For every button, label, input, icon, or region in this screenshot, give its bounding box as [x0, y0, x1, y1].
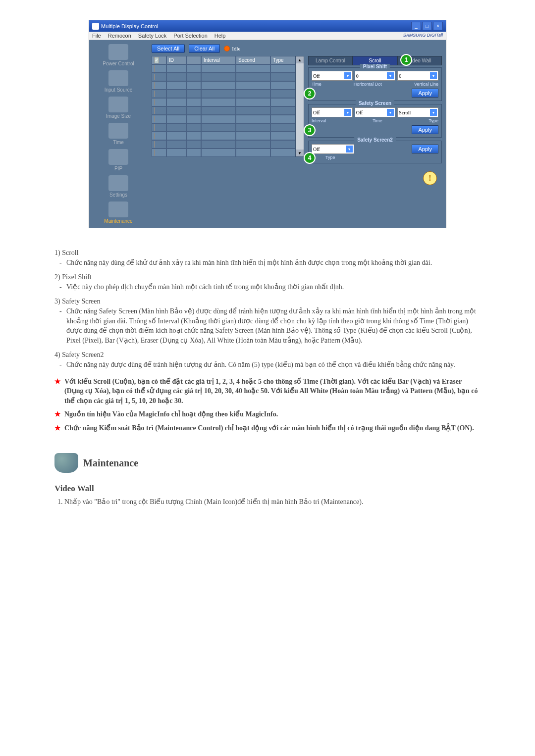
sidebar-item-label: PIP: [114, 166, 122, 171]
label-hdot: Horizontal Dot: [354, 82, 382, 87]
safety-screen-interval-select[interactable]: Off▾: [312, 107, 353, 117]
table-row[interactable]: [152, 90, 295, 98]
menu-safety-lock[interactable]: Safety Lock: [138, 33, 166, 39]
menu-help[interactable]: Help: [214, 33, 226, 39]
safety-screen2-apply-button[interactable]: Apply: [412, 145, 438, 153]
scroll-up-icon[interactable]: ▲: [296, 56, 304, 63]
menu-remocon[interactable]: Remocon: [108, 33, 131, 39]
label-time: Time: [373, 118, 382, 123]
right-panel: Lamp Control Scroll Video Wall 1 Pixel S…: [308, 56, 442, 166]
item-title: Scroll: [62, 249, 78, 256]
vertical-scrollbar[interactable]: ▲ ▼: [295, 56, 304, 157]
app-window: Multiple Display Control _ □ × File Remo…: [89, 20, 446, 228]
safety-screen2-type-select[interactable]: Off▾: [312, 144, 354, 154]
display-table: ✓ ID Interval Second Type: [152, 56, 304, 166]
select-value: 0: [399, 73, 401, 79]
table-row[interactable]: [152, 123, 295, 132]
table-row[interactable]: [152, 64, 295, 73]
sidebar-item-image-size[interactable]: Image Size: [91, 96, 146, 120]
label-type: Type: [428, 118, 438, 123]
minimize-button[interactable]: _: [411, 22, 421, 30]
table-row[interactable]: [152, 149, 295, 157]
pixel-shift-title: Pixel Shift: [360, 64, 390, 69]
select-value: Off: [313, 73, 320, 79]
safety-screen-fieldset: Safety Screen Off▾ Off▾ Scroll▾ Interval…: [308, 104, 442, 138]
label-interval: Interval: [312, 118, 326, 123]
close-button[interactable]: ×: [433, 22, 443, 30]
checkbox-icon[interactable]: [154, 141, 155, 148]
sidebar-item-settings[interactable]: Settings: [91, 174, 146, 199]
item-title: Safety Screen2: [62, 351, 104, 358]
pixel-shift-time-select[interactable]: Off▾: [312, 71, 353, 81]
checkbox-icon[interactable]: [154, 82, 155, 89]
item-body: Chức năng này dùng để khử dư ảnh xảy ra …: [54, 258, 481, 268]
table-header: ✓ ID Interval Second Type: [152, 56, 295, 64]
item-body: Việc này cho phép dịch chuyển màn hình m…: [54, 282, 481, 292]
sidebar-item-power-control[interactable]: Power Control: [91, 43, 146, 67]
power-icon: [108, 44, 128, 60]
maximize-button[interactable]: □: [422, 22, 432, 30]
video-wall-heading: Video Wall: [54, 483, 481, 495]
star-note: Với kiểu Scroll (Cuộn), bạn có thể đặt c…: [54, 377, 481, 406]
maintenance-section-icon: [54, 453, 78, 473]
pixel-shift-hdot-select[interactable]: 0▾: [355, 71, 396, 81]
table-row[interactable]: [152, 106, 295, 115]
idle-radio[interactable]: Idle: [224, 46, 240, 51]
sidebar-item-maintenance[interactable]: Maintenance: [91, 201, 146, 225]
settings-icon: [108, 175, 128, 191]
callout-2: 2: [304, 88, 316, 100]
checkbox-icon[interactable]: [154, 99, 155, 105]
checkbox-icon[interactable]: [154, 133, 155, 139]
checkbox-icon[interactable]: [154, 116, 155, 122]
table-row[interactable]: [152, 81, 295, 90]
checkbox-icon[interactable]: [154, 124, 155, 131]
checkbox-icon[interactable]: [154, 107, 155, 114]
header-second: Second: [236, 56, 270, 64]
sidebar-item-time[interactable]: Time: [91, 122, 146, 146]
scroll-down-icon[interactable]: ▼: [296, 150, 304, 156]
table-row[interactable]: [152, 73, 295, 81]
safety-screen-type-select[interactable]: Scroll▾: [397, 107, 438, 117]
label-vline: Vertical Line: [414, 82, 438, 87]
idle-label: Idle: [232, 46, 240, 51]
chevron-down-icon: ▾: [387, 72, 394, 79]
maintenance-icon: [108, 202, 128, 217]
doc-item: 1) Scroll Chức năng này dùng để khử dư ả…: [54, 248, 481, 267]
pixel-shift-apply-button[interactable]: Apply: [412, 89, 438, 98]
select-value: Off: [313, 110, 320, 115]
checkbox-icon[interactable]: [154, 150, 155, 156]
header-id: ID: [166, 56, 186, 64]
lens-icon: [108, 123, 128, 139]
safety-screen-time-select[interactable]: Off▾: [355, 107, 396, 117]
checkbox-icon[interactable]: [154, 74, 155, 80]
header-v: [186, 56, 201, 64]
table-row[interactable]: [152, 132, 295, 140]
select-value: Off: [356, 110, 363, 115]
table-row[interactable]: [152, 115, 295, 123]
sidebar-item-pip[interactable]: PIP: [91, 148, 146, 172]
sidebar-item-input-source[interactable]: Input Source: [91, 69, 146, 94]
menu-file[interactable]: File: [92, 33, 101, 39]
safety-screen2-fieldset: Safety Screen2 Off▾ Apply Type 4: [308, 141, 442, 163]
safety-screen-apply-button[interactable]: Apply: [412, 125, 438, 134]
table-row[interactable]: [152, 98, 295, 106]
app-icon: [92, 23, 99, 30]
select-all-button[interactable]: Select All: [152, 44, 185, 53]
checkbox-icon[interactable]: [154, 91, 155, 97]
checkbox-icon[interactable]: [154, 65, 155, 72]
chevron-down-icon: ▾: [430, 72, 437, 79]
tab-lamp-control[interactable]: Lamp Control: [308, 56, 353, 65]
star-note: Chức năng Kiểm soát Bảo trì (Maintenance…: [54, 423, 481, 433]
clear-all-button[interactable]: Clear All: [189, 44, 220, 53]
menu-port-selection[interactable]: Port Selection: [173, 33, 207, 39]
callout-1: 1: [400, 54, 412, 66]
menubar: File Remocon Safety Lock Port Selection …: [89, 32, 446, 40]
star-note: Nguồn tín hiệu Vào của MagicInfo chỉ hoạ…: [54, 409, 481, 419]
table-row[interactable]: [152, 140, 295, 149]
window-title: Multiple Display Control: [101, 23, 159, 29]
window-buttons: _ □ ×: [411, 22, 443, 30]
header-check[interactable]: ✓: [152, 56, 166, 64]
pixel-shift-vline-select[interactable]: 0▾: [397, 71, 438, 81]
doc-item: 4) Safety Screen2 Chức năng này được dùn…: [54, 350, 481, 369]
safety-screen-title: Safety Screen: [356, 101, 394, 106]
